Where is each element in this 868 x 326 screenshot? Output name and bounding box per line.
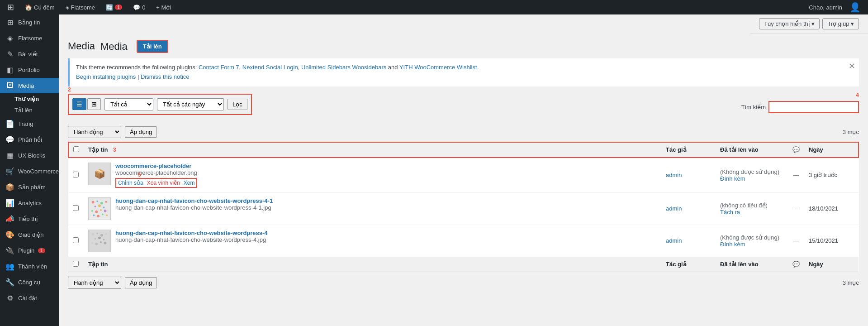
admin-bar-site[interactable]: 🏠 Cú đêm	[21, 0, 58, 14]
products-icon: 📦	[5, 183, 14, 192]
row3-file-cell: huong-dan-cap-nhat-favicon-cho-website-w…	[84, 225, 661, 257]
row2-checkbox[interactable]	[73, 205, 79, 211]
filter-bar: ☰ ⊞ Tất cả Hình ảnh Video Audio Tất cả c…	[68, 94, 252, 115]
sidebar-item-appearance[interactable]: 🎨 Giao diện	[0, 227, 59, 243]
grid-view-button[interactable]: ⊞	[87, 98, 101, 110]
row1-comments-count: —	[793, 172, 799, 178]
notice-actions: Begin installing plugins | Dismiss this …	[76, 72, 853, 82]
footer-attached-col: Đã tải lên vào	[716, 257, 788, 272]
row1-attach-link[interactable]: Đính kèm	[720, 175, 745, 182]
date-filter[interactable]: Tất cả các ngày Tháng 10, 2021	[157, 98, 224, 110]
sidebar-item-members[interactable]: 👥 Thành viên	[0, 259, 59, 274]
tools-icon: 🔧	[5, 278, 14, 287]
media-type-filter[interactable]: Tất cả Hình ảnh Video Audio	[104, 98, 153, 110]
row1-delete-link[interactable]: Xóa vĩnh viễn	[147, 180, 180, 186]
sidebar-woo-label: WooCommerce	[18, 168, 59, 175]
filter-button[interactable]: Lọc	[228, 99, 247, 110]
apply-button-top[interactable]: Áp dụng	[125, 126, 157, 138]
row3-attached-status: (Không được sử dụng)	[720, 234, 783, 241]
search-input[interactable]	[768, 101, 859, 113]
sidebar-item-tools[interactable]: 🔧 Công cụ	[0, 274, 59, 290]
sidebar-subitem-upload[interactable]: Tải lên	[9, 105, 59, 116]
row3-checkbox[interactable]	[73, 237, 79, 243]
sidebar-item-dashboard[interactable]: ⊞ Bảng tin	[0, 14, 59, 30]
sidebar-item-products[interactable]: 📦 Sản phẩm	[0, 179, 59, 195]
footer-select-all[interactable]	[73, 261, 79, 267]
table-row: huong-dan-cap-nhat-favicon-cho-website-w…	[68, 225, 859, 257]
bulk-action-select-top[interactable]: Hành động Xóa vĩnh viễn	[68, 126, 121, 138]
dismiss-notice-link[interactable]: Dismiss this notice	[141, 73, 190, 80]
row1-checkbox-cell	[68, 158, 84, 193]
portfolio-icon: ◧	[5, 66, 14, 74]
select-all-checkbox[interactable]	[73, 146, 79, 152]
media-icon: 🖼	[5, 82, 14, 90]
sidebar-item-comments[interactable]: 💬 Phản hồi	[0, 132, 59, 148]
notice-plugin-link-4[interactable]: YITH WooCommerce Wishlist	[399, 64, 477, 71]
row2-filename-link[interactable]: huong-dan-cap-nhat-favicon-cho-website-w…	[115, 197, 273, 204]
sidebar-members-label: Thành viên	[18, 263, 47, 270]
notice-plugin-link-3[interactable]: Unlimited Sidebars Woosidebars	[301, 64, 386, 71]
row3-filename-link[interactable]: huong-dan-cap-nhat-favicon-cho-website-w…	[115, 230, 268, 236]
header-attached-col: Đã tải lên vào	[716, 142, 788, 158]
row3-author-link[interactable]: admin	[666, 237, 682, 244]
sidebar-posts-label: Bài viết	[18, 51, 38, 58]
sidebar-item-media[interactable]: 🖼 Media	[0, 78, 59, 93]
row1-filename-link[interactable]: woocommerce-placeholder	[115, 163, 197, 169]
screen-options-button[interactable]: Tùy chọn hiển thị ▾	[759, 18, 820, 29]
svg-point-15	[106, 214, 108, 216]
sidebar-item-plugins[interactable]: 🔌 Plugin 1	[0, 243, 59, 259]
sidebar-item-woocommerce[interactable]: 🛒 WooCommerce	[0, 163, 59, 179]
page-title: Media	[68, 40, 95, 53]
row1-attached-cell: (Không được sử dụng) Đính kèm	[716, 158, 788, 193]
row2-file-cell: huong-dan-cap-nhat-favicon-cho-website-w…	[84, 192, 661, 225]
sidebar-item-flatsome[interactable]: ◈ Flatsome	[0, 30, 59, 46]
header-date-col: Ngày	[804, 142, 859, 158]
footer-row: Tập tin Tác giả Đã tải lên vào 💬 Ngày	[68, 257, 859, 272]
row2-details: huong-dan-cap-nhat-favicon-cho-website-w…	[115, 197, 273, 211]
sidebar-item-marketing[interactable]: 📣 Tiếp thị	[0, 211, 59, 227]
marketing-icon: 📣	[5, 215, 14, 223]
row1-view-link[interactable]: Xem	[184, 180, 195, 186]
bulk-action-select-bottom[interactable]: Hành động Xóa vĩnh viễn	[68, 277, 121, 289]
list-view-button[interactable]: ☰	[72, 98, 86, 110]
actions-bar-bottom: Hành động Xóa vĩnh viễn Áp dụng 3 mục	[68, 277, 859, 289]
apply-button-bottom[interactable]: Áp dụng	[125, 277, 157, 288]
items-count-top: 3 mục	[843, 129, 859, 135]
actions-bottom-left: Hành động Xóa vĩnh viễn Áp dụng	[68, 277, 157, 289]
sidebar-item-analytics[interactable]: 📊 Analytics	[0, 195, 59, 211]
sidebar-subitem-library[interactable]: Thư viện	[9, 93, 59, 105]
footer-date-col: Ngày	[804, 257, 859, 272]
row3-attached-cell: (Không được sử dụng) Đính kèm	[716, 225, 788, 257]
row1-checkbox[interactable]	[73, 172, 79, 177]
row2-attach-link[interactable]: Tách ra	[720, 209, 740, 216]
notice-close-button[interactable]: ✕	[849, 62, 855, 70]
admin-bar-new[interactable]: + Mới	[152, 0, 175, 14]
notice-plugin-link-1[interactable]: Contact Form 7	[199, 64, 239, 71]
header-file-col: Tập tin 3	[84, 142, 661, 158]
sidebar-item-portfolio[interactable]: ◧ Portfolio	[0, 62, 59, 78]
sidebar-item-settings[interactable]: ⚙ Cài đặt	[0, 290, 59, 306]
help-button[interactable]: Trợ giúp ▾	[822, 18, 859, 29]
sidebar-item-posts[interactable]: ✎ Bài viết	[0, 46, 59, 62]
admin-bar-updates[interactable]: 🔄 1	[102, 0, 126, 14]
row2-author-link[interactable]: admin	[666, 205, 682, 212]
upload-button[interactable]: Tải lên	[137, 40, 168, 53]
title-area: Media Media Tải lên	[68, 40, 168, 53]
row1-author-link[interactable]: admin	[666, 172, 682, 178]
footer-file-col: Tập tin	[84, 257, 661, 272]
notice-plugin-link-2[interactable]: Nextend Social Login	[242, 64, 298, 71]
sidebar-plugins-label: Plugin	[18, 247, 34, 254]
sidebar-item-uxblocks[interactable]: ▦ UX Blocks	[0, 148, 59, 163]
page-header: Media Media Tải lên	[68, 40, 859, 53]
admin-bar-comments[interactable]: 💬 0	[129, 0, 149, 14]
table-row: 📦 woocommerce-placeholder woocommerce-pl…	[68, 158, 859, 193]
admin-bar-theme[interactable]: ◈ Flatsome	[62, 0, 99, 14]
admin-avatar[interactable]: 👤	[846, 2, 864, 13]
sidebar-item-pages[interactable]: 📄 Trang	[0, 116, 59, 132]
install-plugins-link[interactable]: Begin installing plugins	[76, 73, 136, 80]
greeting-text: Chào, admin	[809, 4, 842, 11]
row3-attach-link[interactable]: Đính kèm	[720, 241, 745, 248]
wp-logo[interactable]: ⊞	[4, 0, 18, 14]
row1-edit-link[interactable]: Chỉnh sửa	[118, 180, 143, 186]
admin-greeting[interactable]: Chào, admin	[805, 0, 846, 14]
